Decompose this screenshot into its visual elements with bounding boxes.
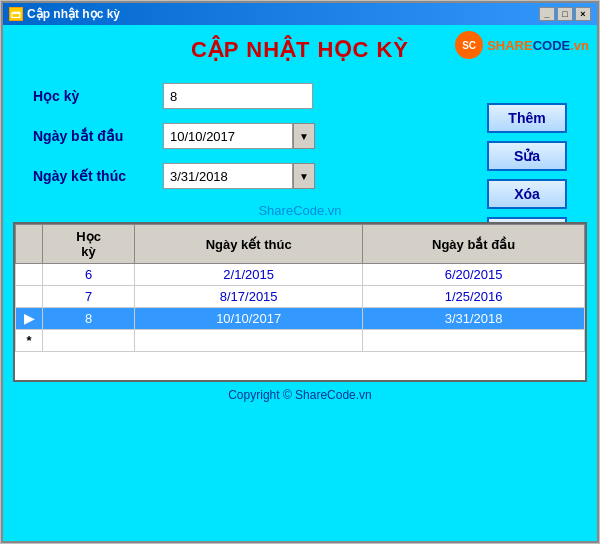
table-header-row: Họckỳ Ngày kết thúc Ngày bắt đầu	[16, 225, 585, 264]
table-scroll[interactable]: Họckỳ Ngày kết thúc Ngày bắt đầu 6 2/1/2…	[15, 224, 585, 380]
ngay-ket-thuc-input[interactable]	[163, 163, 293, 189]
cell-empty	[363, 330, 585, 352]
ngay-ket-thuc-header: Ngày kết thúc	[135, 225, 363, 264]
cell-ngay-bat-dau: 1/25/2016	[363, 286, 585, 308]
maximize-button[interactable]: □	[557, 7, 573, 21]
cell-ngay-ket-thuc: 8/17/2015	[135, 286, 363, 308]
ngay-bat-dau-wrapper: ▼	[163, 123, 315, 149]
cell-empty	[43, 330, 135, 352]
ngay-ket-thuc-calendar-button[interactable]: ▼	[293, 163, 315, 189]
ngay-bat-dau-calendar-button[interactable]: ▼	[293, 123, 315, 149]
ngay-bat-dau-header: Ngày bắt đầu	[363, 225, 585, 264]
row-indicator	[16, 286, 43, 308]
table-row-selected[interactable]: ▶ 8 10/10/2017 3/31/2018	[16, 308, 585, 330]
hoc-ky-label: Học kỳ	[33, 88, 163, 104]
window-icon: 🗃	[9, 7, 23, 21]
hoc-ky-header: Họckỳ	[43, 225, 135, 264]
cell-hoc-ky: 8	[43, 308, 135, 330]
title-bar: 🗃 Cập nhật học kỳ _ □ ×	[3, 3, 597, 25]
cell-hoc-ky: 7	[43, 286, 135, 308]
logo-share: SHARE	[487, 38, 533, 53]
row-indicator-selected: ▶	[16, 308, 43, 330]
title-bar-controls: _ □ ×	[539, 7, 591, 21]
logo-text: SHARECODE.vn	[487, 38, 589, 53]
cell-hoc-ky: 6	[43, 264, 135, 286]
table-new-row: *	[16, 330, 585, 352]
main-window: 🗃 Cập nhật học kỳ _ □ × SC SHARECODE.vn …	[1, 1, 599, 543]
logo-icon: SC	[455, 31, 483, 59]
table-row[interactable]: 7 8/17/2015 1/25/2016	[16, 286, 585, 308]
title-bar-left: 🗃 Cập nhật học kỳ	[9, 7, 120, 21]
window-title: Cập nhật học kỳ	[27, 7, 120, 21]
them-button[interactable]: Thêm	[487, 103, 567, 133]
copyright-text: Copyright © ShareCode.vn	[3, 388, 597, 402]
data-table-container: Họckỳ Ngày kết thúc Ngày bắt đầu 6 2/1/2…	[13, 222, 587, 382]
cell-ngay-bat-dau: 6/20/2015	[363, 264, 585, 286]
logo-code: CODE	[533, 38, 571, 53]
logo-domain: .vn	[570, 38, 589, 53]
new-row-indicator: *	[16, 330, 43, 352]
ngay-bat-dau-label: Ngày bắt đầu	[33, 128, 163, 144]
ngay-ket-thuc-label: Ngày kết thúc	[33, 168, 163, 184]
ngay-ket-thuc-wrapper: ▼	[163, 163, 315, 189]
sua-button[interactable]: Sửa	[487, 141, 567, 171]
cell-ngay-ket-thuc: 10/10/2017	[135, 308, 363, 330]
cell-empty	[135, 330, 363, 352]
data-table: Họckỳ Ngày kết thúc Ngày bắt đầu 6 2/1/2…	[15, 224, 585, 352]
logo-area: SC SHARECODE.vn	[455, 31, 589, 59]
cell-ngay-bat-dau: 3/31/2018	[363, 308, 585, 330]
cell-ngay-ket-thuc: 2/1/2015	[135, 264, 363, 286]
row-indicator	[16, 264, 43, 286]
hoc-ky-input[interactable]	[163, 83, 313, 109]
table-row[interactable]: 6 2/1/2015 6/20/2015	[16, 264, 585, 286]
watermark: ShareCode.vn	[3, 203, 597, 218]
ngay-bat-dau-input[interactable]	[163, 123, 293, 149]
close-button[interactable]: ×	[575, 7, 591, 21]
indicator-header	[16, 225, 43, 264]
minimize-button[interactable]: _	[539, 7, 555, 21]
